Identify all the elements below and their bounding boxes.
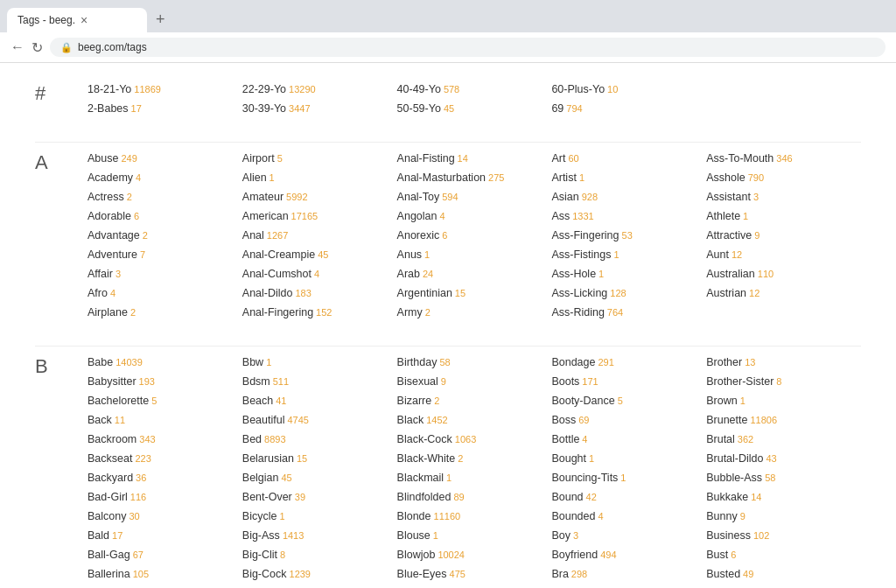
tag-name[interactable]: Bdsm: [242, 373, 270, 390]
tag-name[interactable]: Ass: [551, 207, 570, 225]
back-button[interactable]: ←: [10, 39, 24, 55]
tag-name[interactable]: Artist: [551, 169, 576, 186]
tag-name[interactable]: Bent-Over: [242, 488, 292, 506]
tag-name[interactable]: Bust: [706, 546, 728, 564]
tag-name[interactable]: Advantage: [88, 227, 140, 244]
tag-name[interactable]: Busted: [706, 565, 740, 583]
tag-name[interactable]: Bisexual: [397, 373, 438, 390]
tag-name[interactable]: Black-White: [397, 450, 456, 467]
tag-name[interactable]: Boyfriend: [551, 546, 598, 564]
tag-name[interactable]: Amateur: [242, 188, 284, 206]
tag-name[interactable]: Babe: [88, 354, 113, 371]
tag-name[interactable]: Boy: [551, 527, 570, 544]
tag-name[interactable]: Anal-Masturbation: [397, 169, 486, 186]
tag-name[interactable]: Big-Ass: [242, 527, 280, 544]
tag-name[interactable]: Bunny: [706, 508, 737, 525]
tag-name[interactable]: Backseat: [88, 450, 132, 467]
tag-name[interactable]: Backroom: [88, 430, 136, 448]
tag-name[interactable]: Anal: [242, 227, 264, 244]
tag-name[interactable]: Ballerina: [88, 565, 130, 583]
tag-name[interactable]: Bbw: [242, 354, 263, 371]
tag-name[interactable]: Bed: [242, 430, 262, 448]
tag-name[interactable]: Attractive: [706, 227, 752, 244]
tag-name[interactable]: Ball-Gag: [88, 546, 130, 564]
tag-name[interactable]: Blouse: [397, 527, 430, 544]
active-tab[interactable]: Tags - beeg. ×: [7, 8, 147, 32]
tag-name[interactable]: Anal-Fisting: [397, 150, 455, 167]
tag-name[interactable]: Brutal-Dildo: [706, 450, 763, 467]
tag-name[interactable]: Blackmail: [397, 469, 444, 486]
tag-name[interactable]: 30-39-Yo: [242, 100, 286, 117]
tag-name[interactable]: Anal-Toy: [397, 188, 440, 206]
tag-name[interactable]: Bad-Girl: [88, 488, 128, 506]
tag-name[interactable]: Bicycle: [242, 508, 277, 525]
tag-name[interactable]: Army: [397, 304, 423, 321]
tag-name[interactable]: 50-59-Yo: [397, 100, 441, 117]
tag-name[interactable]: Athlete: [706, 207, 740, 225]
tag-name[interactable]: Bound: [551, 488, 583, 506]
tag-name[interactable]: Airplane: [88, 304, 128, 321]
tag-name[interactable]: Anus: [397, 246, 423, 263]
tag-name[interactable]: Art: [551, 150, 565, 167]
tag-name[interactable]: Bubble-Ass: [706, 469, 762, 486]
tag-name[interactable]: Black-Cock: [397, 430, 452, 448]
tag-name[interactable]: Blowjob: [397, 546, 436, 564]
tag-name[interactable]: Anorexic: [397, 227, 440, 244]
tag-name[interactable]: Brutal: [706, 430, 735, 448]
tag-name[interactable]: Afro: [88, 284, 108, 302]
new-tab-button[interactable]: +: [149, 7, 172, 32]
tag-name[interactable]: Argentinian: [397, 284, 452, 302]
tab-close-button[interactable]: ×: [80, 13, 88, 27]
tag-name[interactable]: Bondage: [551, 354, 595, 371]
tag-name[interactable]: Arab: [397, 265, 420, 283]
tag-name[interactable]: 22-29-Yo: [242, 80, 286, 98]
reload-button[interactable]: ↻: [32, 39, 43, 56]
tag-name[interactable]: Boat: [397, 584, 420, 588]
tag-name[interactable]: Bounded: [551, 508, 595, 525]
tag-name[interactable]: Bachelorette: [88, 392, 149, 410]
tag-name[interactable]: Australian: [706, 265, 755, 283]
tag-name[interactable]: Brother-Sister: [706, 373, 774, 390]
tag-name[interactable]: Actress: [88, 188, 124, 206]
tag-name[interactable]: Abuse: [88, 150, 118, 167]
tag-name[interactable]: Back: [88, 411, 112, 429]
tag-name[interactable]: American: [242, 207, 289, 225]
tag-name[interactable]: Bottle: [551, 430, 579, 448]
tag-name[interactable]: Adorable: [88, 207, 131, 225]
tag-name[interactable]: Belarusian: [242, 450, 294, 467]
tag-name[interactable]: 40-49-Yo: [397, 80, 441, 98]
tag-name[interactable]: Ass-Riding: [551, 304, 604, 321]
tag-name[interactable]: Butt-Plug: [706, 584, 751, 588]
tag-name[interactable]: Anal-Cumshot: [242, 265, 312, 283]
tag-name[interactable]: Backyard: [88, 469, 133, 486]
tag-name[interactable]: Anal-Fingering: [242, 304, 313, 321]
tag-name[interactable]: Boss: [551, 411, 576, 429]
tag-name[interactable]: Blonde: [397, 508, 431, 525]
tag-name[interactable]: Boots: [551, 373, 579, 390]
tag-name[interactable]: Babysitter: [88, 373, 136, 390]
tag-name[interactable]: Blue-Eyes: [397, 565, 447, 583]
tag-name[interactable]: Ass-Licking: [551, 284, 607, 302]
tag-name[interactable]: Blindfolded: [397, 488, 452, 506]
tag-name[interactable]: Belgian: [242, 469, 279, 486]
tag-name[interactable]: Birthday: [397, 354, 438, 371]
tag-name[interactable]: 69: [551, 100, 564, 117]
tag-name[interactable]: 60-Plus-Yo: [551, 80, 605, 98]
tag-name[interactable]: Braces: [551, 584, 585, 588]
tag-name[interactable]: 2-Babes: [88, 100, 129, 117]
tag-name[interactable]: Bra: [551, 565, 568, 583]
tag-name[interactable]: Adventure: [88, 246, 137, 263]
tag-name[interactable]: Brown: [706, 392, 737, 410]
tag-name[interactable]: Bought: [551, 450, 586, 467]
tag-name[interactable]: Bizarre: [397, 392, 432, 410]
tag-name[interactable]: Affair: [88, 265, 113, 283]
tag-name[interactable]: Ass-Fistings: [551, 246, 611, 263]
tag-name[interactable]: Asian: [551, 188, 578, 206]
tag-name[interactable]: Anal-Creampie: [242, 246, 315, 263]
tag-name[interactable]: Business: [706, 527, 751, 544]
tag-name[interactable]: Banana: [88, 584, 125, 588]
tag-name[interactable]: Airport: [242, 150, 275, 167]
tag-name[interactable]: Asshole: [706, 169, 745, 186]
tag-name[interactable]: Beautiful: [242, 411, 285, 429]
tag-name[interactable]: Balcony: [88, 508, 126, 525]
